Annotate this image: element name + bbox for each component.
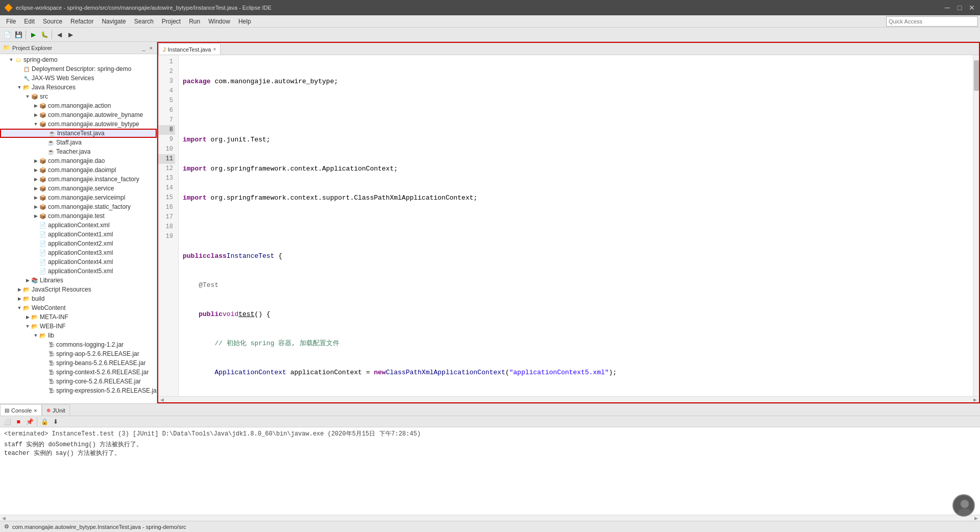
avatar[interactable] xyxy=(952,494,975,517)
tree-item-lib[interactable]: ▼ 📂 lib xyxy=(0,331,157,340)
tree-item-teacher[interactable]: ☕ Teacher.java xyxy=(0,147,157,156)
toolbar-save-btn[interactable]: 💾 xyxy=(13,30,23,40)
toggle-js-resources[interactable]: ▶ xyxy=(16,286,22,293)
toolbar-fwd-btn[interactable]: ▶ xyxy=(65,30,76,40)
tree-item-appctx1[interactable]: 📄 applicationContext1.xml xyxy=(0,230,157,239)
toggle-meta-inf[interactable]: ▶ xyxy=(24,314,31,320)
console-stop-btn[interactable]: ■ xyxy=(13,417,23,427)
toggle-pkg-dao[interactable]: ▶ xyxy=(33,158,39,164)
project-explorer-minimize[interactable]: _ xyxy=(141,45,146,51)
toolbar-run-btn[interactable]: ▶ xyxy=(28,30,38,40)
tree-item-spring-core[interactable]: 🗜 spring-core-5.2.6.RELEASE.jar xyxy=(0,377,157,386)
editor-tab-close[interactable]: × xyxy=(213,46,216,52)
tree-item-spring-context[interactable]: 🗜 spring-context-5.2.6.RELEASE.jar xyxy=(0,368,157,377)
console-tab-junit[interactable]: ⊕ JUnit xyxy=(42,404,70,416)
editor-right-scrollbar[interactable] xyxy=(973,55,979,396)
menu-file[interactable]: File xyxy=(2,17,20,26)
tree-item-pkg-service[interactable]: ▶ 📦 com.manongajie.service xyxy=(0,184,157,193)
console-horizontal-scrollbar[interactable]: ◀ ▶ xyxy=(0,515,980,521)
tree-item-webcontent[interactable]: ▼ 📂 WebContent xyxy=(0,303,157,312)
editor-tab-instancetest[interactable]: J InstanceTest.java × xyxy=(158,43,220,55)
tree-item-spring-aop[interactable]: 🗜 spring-aop-5.2.6.RELEASE.jar xyxy=(0,349,157,358)
tree-item-appctx5[interactable]: 📄 applicationContext5.xml xyxy=(0,267,157,276)
menu-navigate[interactable]: Navigate xyxy=(97,17,130,26)
tree-item-pkg-static-factory[interactable]: ▶ 📦 com.manongajie.static_factory xyxy=(0,202,157,211)
tree-item-src[interactable]: ▼ 📦 src xyxy=(0,92,157,101)
toggle-pkg-byname[interactable]: ▶ xyxy=(33,112,39,118)
console-scroll-lock-btn[interactable]: 🔒 xyxy=(39,417,50,427)
window-title: eclipse-workspace - spring-demo/src/com/… xyxy=(16,5,272,11)
console-output[interactable]: <terminated> InstanceTest.test (3) [JUni… xyxy=(0,427,980,515)
toggle-pkg-static-factory[interactable]: ▶ xyxy=(33,204,39,210)
menu-run[interactable]: Run xyxy=(185,17,204,26)
tree-item-appctx3[interactable]: 📄 applicationContext3.xml xyxy=(0,248,157,257)
toggle-pkg-service[interactable]: ▶ xyxy=(33,185,39,191)
console-pin-btn[interactable]: 📌 xyxy=(24,417,35,427)
toggle-lib[interactable]: ▼ xyxy=(33,332,39,338)
menu-edit[interactable]: Edit xyxy=(20,17,39,26)
toggle-spring-demo[interactable]: ▼ xyxy=(8,57,14,63)
tree-item-java-resources[interactable]: ▼ 📂 Java Resources xyxy=(0,83,157,92)
tree-item-pkg-action[interactable]: ▶ 📦 com.manongajie.action xyxy=(0,101,157,110)
toggle-src[interactable]: ▼ xyxy=(24,93,31,100)
tree-item-deployment[interactable]: 📋 Deployment Descriptor: spring-demo xyxy=(0,64,157,74)
toggle-web-inf[interactable]: ▼ xyxy=(24,323,31,329)
close-button[interactable]: ✕ xyxy=(968,4,976,12)
tree-item-jaxws[interactable]: 🔧 JAX-WS Web Services xyxy=(0,74,157,83)
tree-item-libraries[interactable]: ▶ 📚 Libraries xyxy=(0,276,157,285)
toggle-pkg-test[interactable]: ▶ xyxy=(33,213,39,219)
tree-item-spring-demo[interactable]: ▼ 🗂 spring-demo xyxy=(0,55,157,64)
tree-item-appctx4[interactable]: 📄 applicationContext4.xml xyxy=(0,257,157,267)
console-tab-close[interactable]: × xyxy=(34,407,37,414)
tree-item-pkg-serviceimpl[interactable]: ▶ 📦 com.manongajie.serviceimpl xyxy=(0,193,157,202)
toolbar-new-btn[interactable]: 📄 xyxy=(2,30,12,40)
quick-access-input[interactable] xyxy=(886,16,978,27)
tree-item-meta-inf[interactable]: ▶ 📂 META-INF xyxy=(0,312,157,322)
toggle-java-resources[interactable]: ▼ xyxy=(16,84,22,90)
maximize-button[interactable]: □ xyxy=(955,4,964,12)
console-clear-btn[interactable]: ⬜ xyxy=(2,417,12,427)
tree-item-pkg-dao[interactable]: ▶ 📦 com.manongajie.dao xyxy=(0,156,157,165)
toggle-pkg-instance-factory[interactable]: ▶ xyxy=(33,176,39,182)
toolbar-debug-btn[interactable]: 🐛 xyxy=(39,30,50,40)
tree-item-js-resources[interactable]: ▶ 📂 JavaScript Resources xyxy=(0,285,157,294)
scrollbar-thumb[interactable] xyxy=(974,60,979,91)
menu-source[interactable]: Source xyxy=(39,17,66,26)
tree-item-pkg-bytype[interactable]: ▼ 📦 com.manongajie.autowire_bytype xyxy=(0,119,157,129)
tree-item-pkg-byname[interactable]: ▶ 📦 com.manongajie.autowire_byname xyxy=(0,110,157,119)
minimize-button[interactable]: ─ xyxy=(943,4,951,12)
toggle-webcontent[interactable]: ▼ xyxy=(16,305,22,311)
menu-refactor[interactable]: Refactor xyxy=(66,17,97,26)
label-teacher: Teacher.java xyxy=(56,148,90,155)
editor-horizontal-scrollbar[interactable]: ◀ ▶ xyxy=(158,396,979,402)
menu-window[interactable]: Window xyxy=(204,17,234,26)
project-explorer-close[interactable]: × xyxy=(149,45,154,51)
menu-help[interactable]: Help xyxy=(234,17,255,26)
tree-item-appctx2[interactable]: 📄 applicationContext2.xml xyxy=(0,239,157,248)
code-editor[interactable]: 1 2 3 4 5 6 7 8 9 10 11 12 13 14 xyxy=(158,55,973,396)
menu-search[interactable]: Search xyxy=(130,17,158,26)
console-scroll-end-btn[interactable]: ⬇ xyxy=(51,417,61,427)
toggle-pkg-serviceimpl[interactable]: ▶ xyxy=(33,195,39,201)
toggle-build[interactable]: ▶ xyxy=(16,296,22,302)
toggle-pkg-action[interactable]: ▶ xyxy=(33,103,39,109)
toggle-pkg-bytype[interactable]: ▼ xyxy=(33,121,39,127)
tree-item-staff[interactable]: ☕ Staff.java xyxy=(0,138,157,147)
tree-item-commons-logging[interactable]: 🗜 commons-logging-1.2.jar xyxy=(0,340,157,349)
tree-item-spring-expression[interactable]: 🗜 spring-expression-5.2.6.RELEASE.jar xyxy=(0,386,157,395)
tree-item-appctx[interactable]: 📄 applicationContext.xml xyxy=(0,221,157,230)
code-content[interactable]: package com.manongajie.autowire_bytype; … xyxy=(179,55,973,396)
tree-item-pkg-test[interactable]: ▶ 📦 com.manongajie.test xyxy=(0,211,157,221)
tree-item-spring-beans[interactable]: 🗜 spring-beans-5.2.6.RELEASE.jar xyxy=(0,358,157,368)
tree-item-pkg-instance-factory[interactable]: ▶ 📦 com.manongajie.instance_factory xyxy=(0,175,157,184)
console-tab-console[interactable]: ▤ Console × xyxy=(0,404,42,416)
tree-item-web-inf[interactable]: ▼ 📂 WEB-INF xyxy=(0,322,157,331)
toolbar-back-btn[interactable]: ◀ xyxy=(54,30,64,40)
tree-item-build[interactable]: ▶ 📂 build xyxy=(0,294,157,303)
toggle-pkg-daoimpl[interactable]: ▶ xyxy=(33,167,39,173)
menu-project[interactable]: Project xyxy=(158,17,185,26)
tree-item-pkg-daoimpl[interactable]: ▶ 📦 com.manongajie.daoimpl xyxy=(0,165,157,175)
icon-commons-logging: 🗜 xyxy=(47,341,55,349)
toggle-libraries[interactable]: ▶ xyxy=(24,277,31,283)
tree-item-instancetest[interactable]: ☕ InstanceTest.java xyxy=(0,129,157,138)
